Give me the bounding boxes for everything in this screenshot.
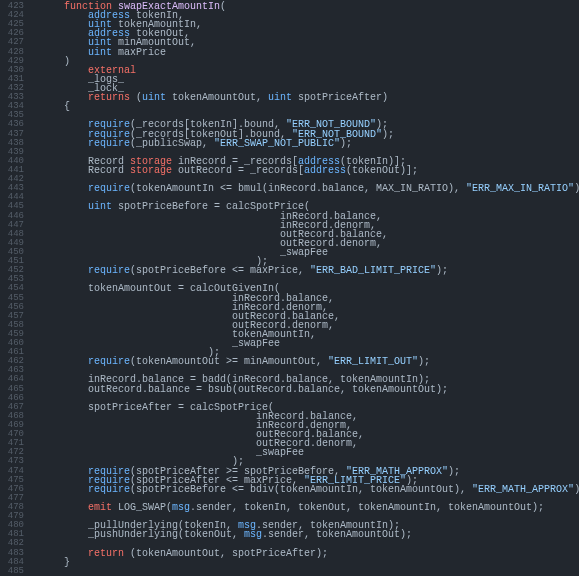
code-editor-content[interactable]: function swapExactAmountIn( address toke… [28,0,579,576]
code-line[interactable]: require(spotPriceBefore <= maxPrice, "ER… [40,266,579,275]
code-line[interactable]: emit LOG_SWAP(msg.sender, tokenIn, token… [40,503,579,512]
code-line[interactable]: { [40,102,579,111]
line-number-gutter: 4234244254264274284294304314324334344354… [0,0,28,576]
code-line[interactable]: returns (uint tokenAmountOut, uint spotP… [40,93,579,102]
code-line[interactable]: require(_publicSwap, "ERR_SWAP_NOT_PUBLI… [40,139,579,148]
code-line[interactable] [40,567,579,576]
code-line[interactable]: require(tokenAmountOut >= minAmountOut, … [40,357,579,366]
code-line[interactable]: require(spotPriceBefore <= bdiv(tokenAmo… [40,485,579,494]
code-line[interactable]: return (tokenAmountOut, spotPriceAfter); [40,549,579,558]
code-line[interactable]: Record storage outRecord = _records[addr… [40,166,579,175]
line-number[interactable]: 485 [0,567,24,576]
code-line[interactable]: require(tokenAmountIn <= bmul(inRecord.b… [40,184,579,193]
code-line[interactable]: _pushUnderlying(tokenOut, msg.sender, to… [40,530,579,539]
code-line[interactable]: outRecord.balance = bsub(outRecord.balan… [40,385,579,394]
code-line[interactable]: } [40,558,579,567]
code-line[interactable]: uint maxPrice [40,48,579,57]
